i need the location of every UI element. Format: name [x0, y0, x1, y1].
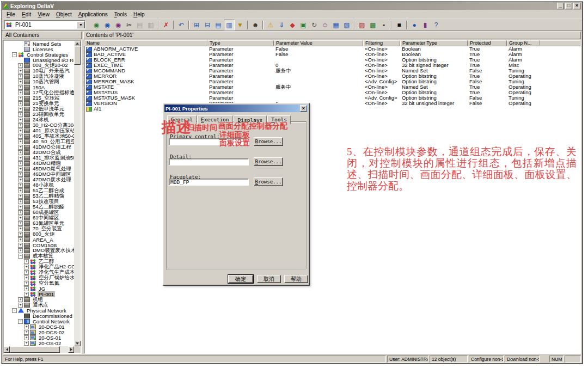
filter-button[interactable]: ▼	[235, 20, 246, 30]
tree-expander-icon[interactable]: +	[18, 188, 23, 193]
tree-expander-icon[interactable]: +	[18, 232, 23, 237]
tree-expander-icon[interactable]: +	[18, 248, 23, 253]
tree-expander-icon[interactable]: +	[18, 156, 23, 161]
tree-expander-icon[interactable]: +	[18, 134, 23, 139]
tree-expander-icon[interactable]: +	[18, 194, 23, 199]
sis-button[interactable]: ■	[394, 20, 405, 30]
paste-button[interactable]: ▥	[145, 20, 156, 30]
download-button[interactable]: ⇓	[276, 20, 287, 30]
tree-item[interactable]: +20-OS-01	[4, 335, 74, 340]
picture-button[interactable]: ▣	[298, 20, 309, 30]
tree-expander-icon[interactable]: +	[18, 303, 23, 308]
tree-expander-icon[interactable]: +	[18, 243, 23, 248]
table-row[interactable]: MSTATUSParameter<On-line>Option bitstrin…	[84, 90, 580, 95]
user-manager-button[interactable]: ☻	[250, 20, 261, 30]
combo-dropdown-button[interactable]: ▼	[77, 21, 85, 28]
explore-modules-button[interactable]: ◉	[91, 20, 102, 30]
table-row[interactable]: MCOMMANDParameter服务中<On-line>Named SetFa…	[84, 68, 580, 73]
tree-expander-icon[interactable]: −	[18, 319, 23, 324]
tree-expander-icon[interactable]: −	[12, 52, 17, 57]
tree-expander-icon[interactable]: +	[18, 69, 23, 73]
table-row[interactable]: VERSIONParameter1<On-line>32 bit unsigne…	[84, 101, 580, 106]
faceplate-browse-button[interactable]: Browse...	[254, 177, 283, 186]
list-view-button[interactable]: ▤	[213, 20, 224, 30]
menu-view[interactable]: View	[34, 11, 53, 18]
tree-expander-icon[interactable]: +	[24, 324, 29, 329]
tree-item[interactable]: +20-DCS-02	[4, 329, 74, 335]
tree-expander-icon[interactable]: +	[18, 199, 23, 204]
tree-expander-icon[interactable]: +	[18, 177, 23, 182]
tree-expander-icon[interactable]: +	[18, 107, 23, 112]
explore-areas-button[interactable]: ◉	[102, 20, 113, 30]
tree-item[interactable]: −Control Strategies	[4, 52, 74, 57]
undo-button[interactable]: ↶	[176, 20, 187, 30]
context-help-button[interactable]: ?	[431, 20, 442, 30]
small-icons-button[interactable]: ⊟	[202, 20, 213, 30]
tree-expander-icon[interactable]: +	[18, 150, 23, 155]
vertical-scroll-thumb[interactable]	[74, 46, 81, 65]
ok-button[interactable]: 确定	[228, 275, 253, 283]
column-header-filtering[interactable]: Filtering	[363, 40, 400, 46]
details-view-button[interactable]: ▥	[224, 20, 235, 30]
tree-expander-icon[interactable]: +	[18, 118, 23, 122]
tree-expander-icon[interactable]: +	[18, 128, 23, 133]
tree-vertical-scrollbar[interactable]	[74, 41, 81, 346]
tree-expander-icon[interactable]: +	[18, 139, 23, 144]
detail-input[interactable]	[169, 158, 249, 165]
maximize-button[interactable]: □	[565, 3, 572, 9]
tree-expander-icon[interactable]: +	[18, 221, 23, 226]
tree-expander-icon[interactable]: +	[18, 237, 23, 242]
tree-expander-icon[interactable]: +	[18, 226, 23, 231]
tree-expander-icon[interactable]: +	[18, 90, 23, 95]
tree-item[interactable]: +10蒸汽管网	[4, 79, 74, 84]
tree-expander-icon[interactable]: +	[18, 145, 23, 150]
tree-expander-icon[interactable]: +	[24, 330, 29, 335]
tree-item[interactable]: +空分氧氮	[4, 280, 74, 286]
table-row[interactable]: MSTATUS_MASKParameter<Adv. Config>Option…	[84, 95, 580, 101]
context-selector[interactable]: PI-001 ▼	[4, 20, 85, 29]
tree-expander-icon[interactable]: +	[24, 259, 29, 264]
tree-item[interactable]: Decommissioned Nodes	[4, 313, 74, 318]
table-row[interactable]: ABNORM_ACTIVEParameterFalse<On-line>Bool…	[84, 46, 580, 52]
tree-expander-icon[interactable]: +	[18, 172, 23, 177]
tree-item[interactable]: +通讯点	[4, 302, 74, 308]
column-header-parameter-value[interactable]: Parameter Value	[274, 40, 363, 46]
tree-item[interactable]: −Control Network	[4, 318, 74, 324]
close-button[interactable]: ×	[573, 3, 580, 9]
tree-expander-icon[interactable]: +	[18, 216, 23, 220]
faceplate-input[interactable]	[169, 179, 249, 186]
tree-expander-icon[interactable]: +	[18, 85, 23, 90]
tree-expander-icon[interactable]: +	[24, 281, 29, 286]
horizontal-scroll-thumb[interactable]	[10, 346, 60, 353]
scroll-track[interactable]	[60, 346, 68, 353]
help-topics-button[interactable]: ●	[409, 20, 420, 30]
tree-expander-icon[interactable]: −	[12, 308, 17, 313]
column-header-parameter-type[interactable]: Parameter Type	[400, 40, 468, 46]
column-header-type[interactable]: Type	[207, 40, 274, 46]
tree-expander-icon[interactable]: +	[18, 210, 23, 215]
dialog-close-button[interactable]: ×	[300, 105, 307, 112]
tree-expander-icon[interactable]: +	[18, 74, 23, 79]
security-button[interactable]: ☺	[320, 20, 330, 30]
tree-expander-icon[interactable]: +	[18, 79, 23, 84]
table-row[interactable]: BLOCK_ERRParameter<On-line>Option bitstr…	[84, 57, 580, 63]
menu-edit[interactable]: Edit	[19, 11, 34, 18]
tree-expander-icon[interactable]: +	[18, 123, 23, 128]
menu-tools[interactable]: Tools	[111, 11, 130, 18]
cancel-button[interactable]: 取消	[257, 275, 281, 283]
table-row[interactable]: MERROR_MASKParameter<Adv. Config>Option …	[84, 79, 580, 84]
table-row[interactable]: EXEC_TIMEParameter0<On-line>32 bit signe…	[84, 63, 580, 68]
scroll-left-icon[interactable]	[4, 346, 10, 353]
tree-expander-icon[interactable]: +	[24, 341, 29, 346]
tree-expander-icon[interactable]: +	[18, 96, 23, 101]
books-online-button[interactable]: ▮	[420, 20, 431, 30]
tree-expander-icon[interactable]: +	[18, 183, 23, 188]
tree-expander-icon[interactable]: +	[24, 335, 29, 340]
tree-item[interactable]: −Physical Network	[4, 308, 74, 313]
column-header-group-n-[interactable]: Group N...	[507, 40, 540, 46]
scroll-right-icon[interactable]	[68, 346, 74, 353]
tree-expander-icon[interactable]: +	[24, 292, 29, 297]
table-row[interactable]: MSTATEParameter服务中<On-line>Named SetTrue…	[84, 84, 580, 90]
grid-view-button[interactable]: ▦	[330, 20, 341, 30]
primary-control-browse-button[interactable]: Browse...	[254, 137, 283, 146]
